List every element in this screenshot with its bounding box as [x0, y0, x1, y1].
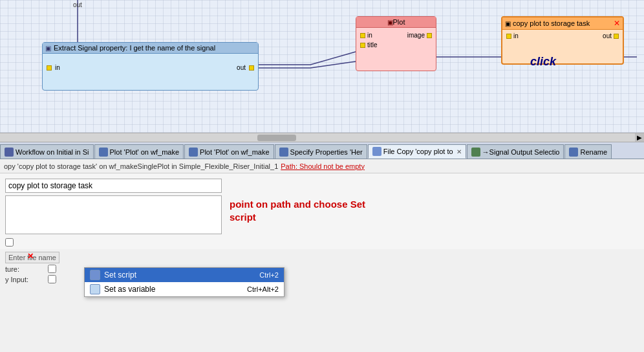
- node-copy-title: ▣ copy plot to storage task ✕: [502, 17, 623, 30]
- tab-label-workflow: Workflow on Initial in Si: [16, 148, 89, 156]
- checkbox-row: [5, 238, 639, 247]
- node-extract-port-out: out: [237, 64, 254, 71]
- breadcrumb-text: opy 'copy plot to storage task' on wf_ma…: [4, 162, 278, 170]
- description-textarea[interactable]: [5, 195, 222, 234]
- menu-item-shortcut: Ctrl+2: [259, 271, 279, 279]
- input-checkbox[interactable]: [48, 275, 56, 283]
- node-plot[interactable]: ▣ Plot in image title: [356, 16, 436, 71]
- form-area: point on path and choose Setscript: [0, 173, 644, 249]
- tab-icon-specify: [279, 148, 288, 157]
- tab-label-filecopy: File Copy 'copy plot to: [383, 148, 453, 155]
- form-checkbox[interactable]: [5, 238, 14, 247]
- scrollbar-right-arrow[interactable]: ▶: [635, 133, 644, 142]
- port-dot-out: [249, 65, 254, 71]
- tab-icon-rename: [569, 148, 578, 157]
- menu-item-icon: [90, 284, 100, 294]
- name-input[interactable]: [5, 179, 222, 193]
- menu-item-label: Set script: [104, 270, 136, 280]
- tab-close-filecopy[interactable]: ✕: [456, 148, 462, 155]
- tab-signal[interactable]: →Signal Output Selectio: [467, 144, 564, 159]
- tab-icon-signal: [471, 148, 480, 157]
- tab-filecopy[interactable]: File Copy 'copy plot to✕: [368, 144, 466, 159]
- node-extract-title: ▣ Extract Signal property: I get the nam…: [43, 43, 258, 54]
- click-annotation: click: [530, 55, 556, 69]
- breadcrumb-bar: opy 'copy plot to storage task' on wf_ma…: [0, 159, 644, 173]
- tab-label-signal: →Signal Output Selectio: [482, 148, 560, 156]
- node-plot-port-image: image: [407, 32, 432, 39]
- node-copy-icon: ▣: [505, 20, 511, 27]
- bottom-area: ✕ Enter file name Set scriptCtrl+2Set as…: [0, 249, 644, 288]
- tab-label-plot1: Plot 'Plot' on wf_make: [110, 148, 180, 156]
- menu-item-shortcut: Ctrl+Alt+2: [247, 285, 279, 293]
- menu-item-label: Set as variable: [104, 285, 155, 294]
- node-plot-port-in: in: [360, 32, 372, 39]
- context-menu-item-set-script[interactable]: Set scriptCtrl+2: [85, 268, 284, 282]
- tab-icon-filecopy: [372, 147, 381, 156]
- context-menu-item-set-as-variable[interactable]: Set as variableCtrl+Alt+2: [85, 282, 284, 296]
- port-dot-in: [47, 65, 52, 71]
- node-copy-close[interactable]: ✕: [614, 19, 620, 28]
- tab-workflow[interactable]: Workflow on Initial in Si: [0, 144, 94, 159]
- node-extract[interactable]: ▣ Extract Signal property: I get the nam…: [42, 42, 259, 91]
- node-extract-port-in: in: [47, 64, 60, 71]
- tab-specify[interactable]: Specify Properties 'Her: [275, 144, 367, 159]
- tab-label-plot2: Plot 'Plot' on wf_make: [200, 148, 270, 156]
- canvas-scrollbar[interactable]: ▶: [0, 133, 644, 142]
- tab-bar: Workflow on Initial in SiPlot 'Plot' on …: [0, 142, 644, 159]
- set-script-annotation: point on path and choose Setscript: [230, 198, 372, 223]
- ture-checkbox[interactable]: [48, 265, 56, 273]
- node-plot-icon: ▣: [387, 19, 393, 26]
- tab-icon-plot1: [99, 148, 108, 157]
- node-extract-icon: ▣: [45, 45, 51, 52]
- tab-label-specify: Specify Properties 'Her: [290, 148, 363, 156]
- tab-icon-plot2: [189, 148, 198, 157]
- breadcrumb-error[interactable]: Path: Should not be empty: [281, 162, 365, 170]
- node-copy-port-out: out: [603, 32, 619, 39]
- scrollbar-thumb[interactable]: [257, 135, 296, 141]
- close-x-icon[interactable]: ✕: [27, 252, 34, 261]
- tab-rename[interactable]: Rename: [564, 144, 612, 159]
- tab-plot2[interactable]: Plot 'Plot' on wf_make: [184, 144, 274, 159]
- tab-plot1[interactable]: Plot 'Plot' on wf_make: [94, 144, 184, 159]
- node-copy-port-in: in: [506, 32, 519, 39]
- node-copy[interactable]: ▣ copy plot to storage task ✕ in out: [501, 16, 624, 65]
- context-menu: Set scriptCtrl+2Set as variableCtrl+Alt+…: [84, 267, 284, 297]
- menu-item-icon: [90, 270, 100, 280]
- node-plot-port-title: title: [360, 41, 432, 49]
- out-label: out: [73, 1, 82, 8]
- node-plot-title: ▣ Plot: [356, 17, 436, 28]
- tab-label-rename: Rename: [580, 148, 607, 156]
- tab-icon-workflow: [5, 148, 14, 157]
- canvas-area: out ▣ Extract Signal property: I get the…: [0, 0, 644, 142]
- enter-file-row: ✕ Enter file name: [5, 252, 639, 263]
